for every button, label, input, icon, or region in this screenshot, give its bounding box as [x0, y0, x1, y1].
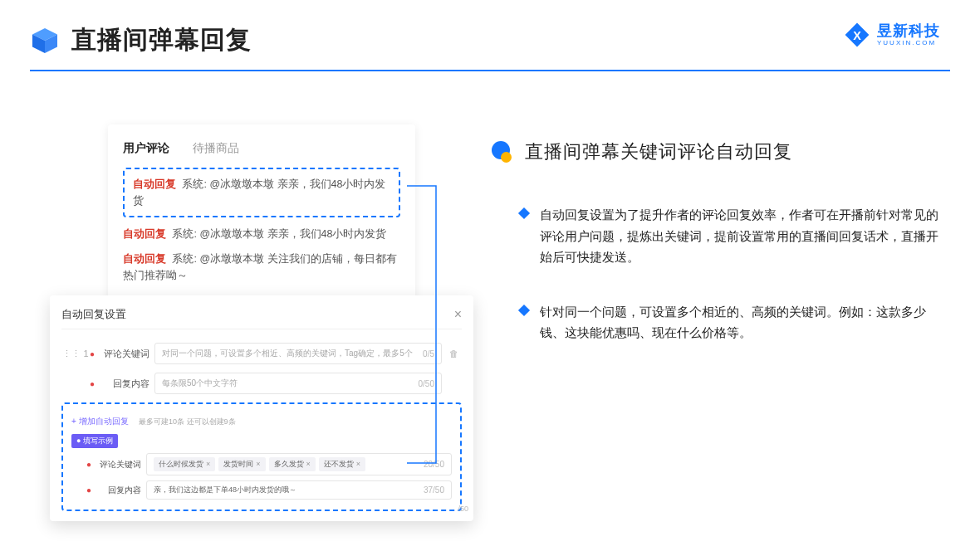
comment-row: 自动回复 系统: @冰墩墩本墩 关注我们的店铺，每日都有热门推荐呦～	[123, 251, 400, 284]
keyword-input[interactable]: 对同一个问题，可设置多个相近、高频的关键词，Tag确定，最多5个 0/5	[154, 343, 442, 364]
settings-title: 自动回复设置	[61, 307, 126, 322]
keyword-tag[interactable]: 多久发货	[269, 457, 316, 471]
page-title: 直播间弹幕回复	[71, 23, 252, 57]
brand-logo: X 昱新科技 YUUXIN.COM	[844, 22, 940, 48]
svg-text:X: X	[853, 29, 861, 42]
diamond-icon	[518, 304, 530, 315]
auto-reply-tag: 自动回复	[133, 178, 176, 190]
content-label: 回复内容	[98, 378, 149, 390]
page-header: 直播间弹幕回复	[30, 23, 950, 57]
chat-bubble-icon	[490, 139, 515, 164]
bullet-item: 自动回复设置为了提升作者的评论回复效率，作者可在开播前针对常见的评论用户问题，提…	[490, 204, 938, 268]
example-keyword-input[interactable]: 什么时候发货 发货时间 多久发货 还不发货 20/50	[146, 453, 452, 475]
drag-handle[interactable]: ⋮⋮1	[61, 349, 90, 359]
keyword-tag[interactable]: 发货时间	[218, 457, 265, 471]
cube-icon	[30, 26, 60, 56]
example-content-label: 回复内容	[95, 485, 141, 496]
comments-tabs: 用户评论 待播商品	[123, 141, 400, 156]
comment-text: 系统: @冰墩墩本墩 亲亲，我们48小时内发货	[172, 228, 386, 240]
example-content-input[interactable]: 亲，我们这边都是下单48小时内发货的哦～ 37/50	[146, 480, 452, 500]
example-keyword-label: 评论关键词	[95, 459, 141, 471]
example-content-counter: 37/50	[424, 485, 444, 495]
auto-reply-tag: 自动回复	[123, 228, 166, 240]
add-hint: 最多可建10条 还可以创建9条	[139, 417, 236, 426]
brand-name: 昱新科技	[877, 23, 940, 38]
auto-reply-tag: 自动回复	[123, 253, 166, 265]
add-auto-reply-link[interactable]: + 增加自动回复	[71, 417, 129, 426]
example-section: + 增加自动回复 最多可建10条 还可以创建9条 ● 填写示例 ● 评论关键词 …	[61, 402, 462, 511]
keyword-tag[interactable]: 什么时候发货	[154, 457, 215, 471]
example-kw-counter: 20/50	[424, 460, 444, 469]
overflow-counter: /50	[435, 505, 468, 513]
keyword-label: 评论关键词	[98, 348, 149, 360]
content-counter: 0/50	[419, 379, 434, 388]
header-underline	[30, 70, 950, 71]
diamond-icon	[518, 207, 530, 219]
tab-user-comments[interactable]: 用户评论	[123, 141, 169, 156]
tab-pending-goods[interactable]: 待播商品	[193, 141, 239, 156]
example-badge: ● 填写示例	[71, 434, 118, 448]
comment-row-highlighted: 自动回复 系统: @冰墩墩本墩 亲亲，我们48小时内发货	[123, 168, 400, 217]
delete-icon[interactable]: 🗑	[445, 349, 462, 358]
content-input[interactable]: 每条限50个中文字符 0/50	[154, 373, 442, 394]
bullet-item: 针对同一个问题，可设置多个相近的、高频的关键词。例如：这款多少钱、这块能优惠吗、…	[490, 301, 938, 344]
section-title: 直播间弹幕关键词评论自动回复	[525, 139, 792, 164]
comments-card: 用户评论 待播商品 自动回复 系统: @冰墩墩本墩 亲亲，我们48小时内发货 自…	[108, 124, 415, 314]
auto-reply-settings-modal: 自动回复设置 × ⋮⋮1 ● 评论关键词 对同一个问题，可设置多个相近、高频的关…	[50, 295, 473, 521]
bullet-text: 自动回复设置为了提升作者的评论回复效率，作者可在开播前针对常见的评论用户问题，提…	[540, 204, 938, 268]
brand-diamond-icon: X	[844, 22, 870, 48]
close-icon[interactable]: ×	[454, 307, 462, 322]
keyword-row: ⋮⋮1 ● 评论关键词 对同一个问题，可设置多个相近、高频的关键词，Tag确定，…	[61, 343, 462, 364]
explanation-panel: 直播间弹幕关键词评论自动回复 自动回复设置为了提升作者的评论回复效率，作者可在开…	[490, 139, 938, 377]
brand-domain: YUUXIN.COM	[877, 39, 940, 46]
bullet-text: 针对同一个问题，可设置多个相近的、高频的关键词。例如：这款多少钱、这块能优惠吗、…	[540, 301, 938, 344]
keyword-counter: 0/5	[423, 349, 434, 358]
comment-row: 自动回复 系统: @冰墩墩本墩 亲亲，我们48小时内发货	[123, 226, 400, 242]
content-row: ● 回复内容 每条限50个中文字符 0/50	[61, 373, 462, 394]
keyword-tag[interactable]: 还不发货	[319, 457, 365, 471]
